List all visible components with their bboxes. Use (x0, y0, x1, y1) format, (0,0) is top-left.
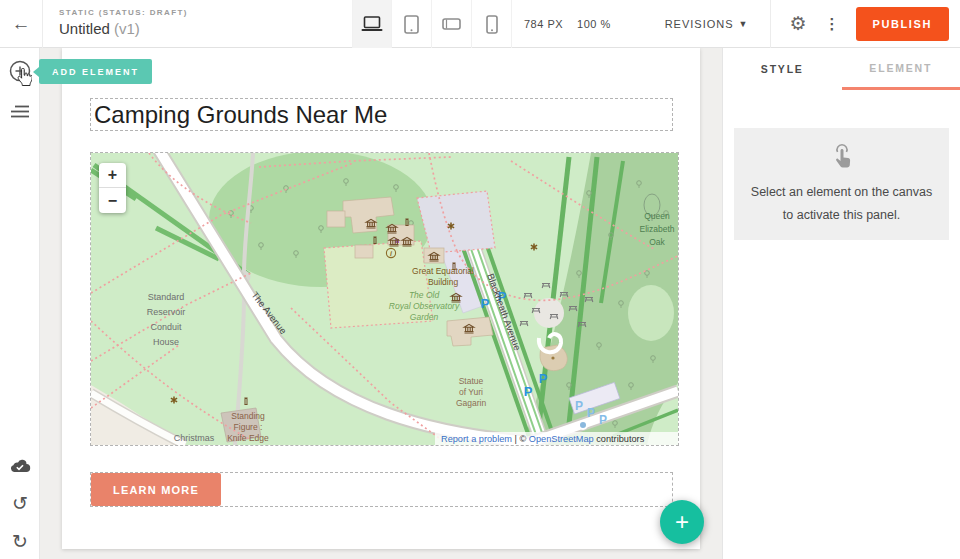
map-graphic: i P P P P P P P The Avenue Blackheath Av… (91, 153, 678, 445)
svg-text:Conduit: Conduit (150, 322, 182, 332)
redo-icon: ↻ (12, 530, 28, 553)
undo-button[interactable]: ↺ (0, 486, 40, 520)
tablet-icon (404, 15, 419, 34)
svg-text:Gagarin: Gagarin (456, 398, 487, 408)
svg-text:P: P (524, 384, 533, 399)
svg-text:Reservoir: Reservoir (147, 307, 186, 317)
save-status-indicator (0, 448, 40, 482)
tab-style[interactable]: STYLE (723, 48, 842, 90)
toolbar-divider (770, 0, 771, 48)
add-section-fab[interactable]: + (660, 500, 704, 544)
openstreetmap-embed[interactable]: i P P P P P P P The Avenue Blackheath Av… (91, 153, 678, 445)
top-toolbar: ← STATIC (STATUS: DRAFT) Untitled (v1) (0, 0, 960, 48)
svg-text:of Yuri: of Yuri (459, 387, 483, 397)
viewport-width-value: 784 PX (524, 18, 563, 30)
svg-text:Standard: Standard (148, 292, 185, 302)
map-element[interactable]: i P P P P P P P The Avenue Blackheath Av… (90, 152, 679, 446)
svg-text:Christmas: Christmas (174, 433, 215, 443)
svg-text:P: P (575, 399, 583, 413)
svg-text:P: P (481, 296, 490, 311)
add-element-icon (8, 59, 32, 83)
device-desktop-button[interactable] (352, 0, 392, 48)
map-attribution: Report a problem | © OpenStreetMap contr… (441, 434, 645, 444)
svg-text:Elizabeth: Elizabeth (640, 224, 675, 234)
tap-icon (830, 143, 854, 171)
menu-icon (11, 105, 29, 118)
laptop-icon (361, 16, 383, 32)
revisions-label: REVISIONS (665, 18, 734, 30)
zoom-level-value: 100 % (577, 18, 611, 30)
heading-element[interactable]: Camping Grounds Near Me (90, 98, 673, 131)
document-title: Untitled (v1) (59, 20, 188, 39)
redo-button[interactable]: ↻ (0, 524, 40, 558)
svg-text:P: P (539, 371, 548, 386)
status-label: STATIC (STATUS: DRAFT) (59, 8, 188, 18)
back-button[interactable]: ← (0, 0, 42, 48)
device-preview-switcher (352, 0, 512, 48)
statue-label: Statue of Yuri Gagarin (456, 376, 487, 408)
svg-text:Figure :: Figure : (234, 422, 263, 432)
plus-icon: + (675, 508, 689, 536)
tab-element[interactable]: ELEMENT (842, 48, 960, 90)
svg-text:House: House (153, 337, 179, 347)
panel-tabs: STYLE ELEMENT (723, 48, 960, 90)
svg-text:Standing: Standing (231, 411, 265, 421)
report-problem-link[interactable]: Report a problem (441, 434, 512, 444)
map-zoom-in-button[interactable]: + (99, 163, 126, 188)
mobile-portrait-icon (486, 15, 498, 34)
svg-text:Garden: Garden (410, 312, 439, 322)
device-mobile-landscape-button[interactable] (432, 0, 472, 48)
svg-text:P: P (587, 406, 595, 420)
cloud-saved-icon (9, 458, 31, 473)
map-zoom-control: + − (99, 163, 126, 213)
kebab-menu-icon[interactable]: ⋮ (825, 15, 840, 33)
svg-text:Oak: Oak (649, 237, 665, 247)
map-zoom-out-button[interactable]: − (99, 188, 126, 213)
toolbar-actions: REVISIONS ▼ ⚙ ⋮ PUBLISH (665, 0, 960, 48)
svg-text:P: P (599, 413, 607, 427)
svg-text:Building: Building (428, 277, 459, 287)
sections-menu-button[interactable] (0, 91, 40, 131)
left-sidebar: ↺ ↻ (0, 48, 40, 559)
publish-button[interactable]: PUBLISH (856, 7, 949, 41)
panel-empty-state: Select an element on the canvas to activ… (734, 128, 949, 240)
chevron-down-icon: ▼ (739, 19, 749, 29)
button-row-element[interactable]: LEARN MORE (90, 472, 673, 507)
revisions-dropdown[interactable]: REVISIONS ▼ (665, 18, 749, 30)
panel-empty-message: Select an element on the canvas to activ… (751, 181, 932, 227)
svg-text:Statue: Statue (459, 376, 484, 386)
mobile-landscape-icon (442, 18, 461, 30)
svg-text:The Old: The Old (409, 290, 440, 300)
gear-icon[interactable]: ⚙ (789, 12, 806, 35)
device-tablet-button[interactable] (392, 0, 432, 48)
document-title-block: STATIC (STATUS: DRAFT) Untitled (v1) (43, 8, 188, 39)
svg-text:Queen: Queen (644, 211, 670, 221)
add-element-tooltip: ADD ELEMENT (39, 59, 152, 84)
undo-icon: ↺ (12, 492, 28, 515)
document-name: Untitled (59, 20, 110, 37)
document-version: (v1) (114, 20, 140, 37)
right-panel: STYLE ELEMENT Select an element on the c… (722, 48, 960, 559)
device-mobile-button[interactable] (472, 0, 512, 48)
canvas-page: Camping Grounds Near Me (62, 48, 700, 549)
svg-text:Great Equatorial: Great Equatorial (412, 266, 474, 276)
learn-more-button[interactable]: LEARN MORE (91, 473, 221, 506)
openstreetmap-link[interactable]: OpenStreetMap (529, 434, 594, 444)
back-arrow-icon: ← (12, 13, 31, 35)
viewport-readout: 784 PX 100 % (524, 0, 611, 48)
svg-text:Knife Edge: Knife Edge (227, 433, 269, 443)
svg-text:Royal Observatory: Royal Observatory (389, 301, 460, 311)
